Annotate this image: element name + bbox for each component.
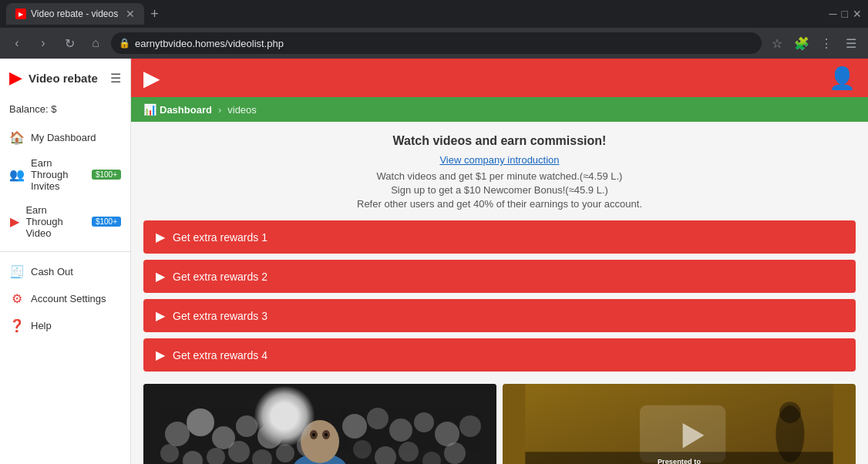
- video-thumb-1[interactable]: [143, 384, 496, 464]
- sidebar-item-dashboard[interactable]: 🏠 My Dashboard: [0, 124, 130, 151]
- tab-close-button[interactable]: ✕: [126, 8, 135, 20]
- sidebar-invites-label: Earn Through Invites: [31, 157, 86, 192]
- intro-link[interactable]: View company introduction: [143, 154, 856, 166]
- svg-point-12: [276, 444, 294, 462]
- restore-button[interactable]: □: [842, 8, 848, 20]
- url-text: earnytbvideo.homes/videolist.php: [135, 38, 754, 49]
- video-icon: ▶: [9, 214, 19, 229]
- reward3-label: Get extra rewards 3: [173, 310, 267, 322]
- sidebar: ▶ Video rebate ☰ Balance: $ 🏠 My Dashboa…: [0, 59, 131, 464]
- svg-point-20: [325, 433, 328, 436]
- browser-tab[interactable]: ▶ Video rebate - videos ✕: [6, 3, 144, 25]
- breadcrumb: 📊 Dashboard › videos: [131, 97, 868, 122]
- reward3-yt-icon: ▶: [156, 308, 165, 323]
- sidebar-item-cashout[interactable]: 🧾 Cash Out: [0, 258, 130, 285]
- sidebar-settings-label: Account Settings: [31, 293, 106, 304]
- svg-point-3: [165, 422, 190, 446]
- svg-point-4: [236, 415, 257, 437]
- video2-content: Presented to BARAA WITH THE BOYS & GRILS: [503, 384, 856, 464]
- sidebar-item-settings[interactable]: ⚙ Account Settings: [0, 285, 130, 312]
- content-line-1: Watch videos and get $1 per minute watch…: [143, 170, 856, 182]
- reward2-yt-icon: ▶: [156, 269, 165, 284]
- browser-chrome: ▶ Video rebate - videos ✕ + ─ □ ✕: [0, 0, 868, 28]
- refresh-button[interactable]: ↻: [59, 32, 80, 54]
- sidebar-cashout-label: Cash Out: [31, 266, 73, 277]
- window-close-button[interactable]: ✕: [853, 8, 862, 20]
- reward1-yt-icon: ▶: [156, 230, 165, 244]
- cashout-icon: 🧾: [9, 264, 25, 279]
- forward-button[interactable]: ›: [32, 32, 54, 54]
- breadcrumb-icon: 📊: [143, 103, 156, 116]
- sidebar-divider: [0, 251, 130, 252]
- svg-point-24: [414, 412, 434, 432]
- reward4-yt-icon: ▶: [156, 348, 165, 362]
- security-icon: 🔒: [119, 38, 130, 49]
- user-avatar-button[interactable]: 👤: [829, 66, 856, 91]
- svg-point-29: [399, 442, 419, 462]
- breadcrumb-dashboard-link[interactable]: Dashboard: [160, 104, 212, 116]
- content-line-2: Sign up to get a $10 Newcomer Bonus!(≈45…: [143, 184, 856, 196]
- video-badge: $100+: [92, 217, 121, 227]
- back-button[interactable]: ‹: [6, 32, 28, 54]
- sidebar-item-video[interactable]: ▶ Earn Through Video $100+: [0, 198, 130, 245]
- top-nav: ▶ 👤: [131, 59, 868, 97]
- svg-point-22: [367, 408, 389, 429]
- content-line-3: Refer other users and get 40% of their e…: [143, 198, 856, 210]
- svg-text:Presented to: Presented to: [658, 458, 701, 464]
- sidebar-header: ▶ Video rebate ☰: [0, 59, 130, 97]
- invites-icon: 👥: [9, 167, 25, 182]
- video-thumb-2[interactable]: Presented to BARAA WITH THE BOYS & GRILS: [503, 384, 856, 464]
- toolbar-icons: ☆ 🧩 ⋮ ☰: [766, 32, 862, 54]
- reward-button-4[interactable]: ▶ Get extra rewards 4: [143, 338, 856, 372]
- breadcrumb-separator: ›: [218, 104, 221, 116]
- svg-point-16: [304, 424, 335, 449]
- sidebar-menu-button[interactable]: ☰: [110, 71, 121, 86]
- dashboard-icon: 🏠: [9, 130, 25, 145]
- menu-button[interactable]: ☰: [840, 32, 862, 54]
- svg-point-19: [312, 433, 315, 436]
- svg-point-6: [282, 412, 304, 433]
- settings-icon: ⚙: [9, 291, 25, 306]
- app-title: Video rebate: [29, 72, 98, 85]
- content-heading: Watch videos and earn commission!: [143, 134, 856, 148]
- tab-title: Video rebate - videos: [31, 8, 118, 19]
- new-tab-button[interactable]: +: [150, 6, 159, 22]
- rewards-list: ▶ Get extra rewards 1 ▶ Get extra reward…: [143, 220, 856, 372]
- home-button[interactable]: ⌂: [85, 32, 106, 54]
- svg-point-21: [342, 414, 367, 439]
- svg-point-23: [389, 419, 412, 442]
- main-content: ▶ 👤 📊 Dashboard › videos Watch videos an…: [131, 59, 868, 464]
- svg-point-27: [353, 440, 372, 459]
- reward-button-2[interactable]: ▶ Get extra rewards 2: [143, 260, 856, 293]
- content-area: Watch videos and earn commission! View c…: [131, 122, 868, 464]
- reward-button-3[interactable]: ▶ Get extra rewards 3: [143, 299, 856, 332]
- profile-button[interactable]: ⋮: [816, 32, 837, 54]
- bookmark-button[interactable]: ☆: [766, 32, 788, 54]
- sidebar-video-label: Earn Through Video: [25, 204, 86, 239]
- svg-point-40: [779, 402, 801, 423]
- breadcrumb-current: videos: [227, 104, 257, 116]
- sidebar-dashboard-label: My Dashboard: [31, 132, 96, 143]
- balance-bar: Balance: $: [0, 97, 130, 121]
- svg-point-10: [228, 441, 250, 462]
- sidebar-nav: 🏠 My Dashboard 👥 Earn Through Invites $1…: [0, 121, 130, 248]
- sidebar-help-label: Help: [31, 320, 52, 331]
- svg-point-7: [160, 444, 179, 462]
- minimize-button[interactable]: ─: [829, 8, 837, 20]
- app-container: ▶ Video rebate ☰ Balance: $ 🏠 My Dashboa…: [0, 59, 868, 464]
- help-icon: ❓: [9, 318, 25, 333]
- svg-point-1: [187, 409, 214, 436]
- extensions-button[interactable]: 🧩: [791, 32, 812, 54]
- invites-badge: $100+: [92, 170, 121, 180]
- youtube-logo-icon: ▶: [9, 68, 22, 88]
- video-row: Presented to BARAA WITH THE BOYS & GRILS: [143, 384, 856, 464]
- svg-point-5: [257, 424, 282, 449]
- reward-button-1[interactable]: ▶ Get extra rewards 1: [143, 220, 856, 254]
- reward4-label: Get extra rewards 4: [173, 349, 267, 361]
- address-bar[interactable]: 🔒 earnytbvideo.homes/videolist.php: [111, 32, 762, 54]
- sidebar-item-help[interactable]: ❓ Help: [0, 312, 130, 339]
- yt-header-icon: ▶: [143, 66, 160, 91]
- sidebar-item-invites[interactable]: 👥 Earn Through Invites $100+: [0, 151, 130, 198]
- reward1-label: Get extra rewards 1: [173, 231, 267, 244]
- balance-label: Balance: $: [9, 103, 56, 115]
